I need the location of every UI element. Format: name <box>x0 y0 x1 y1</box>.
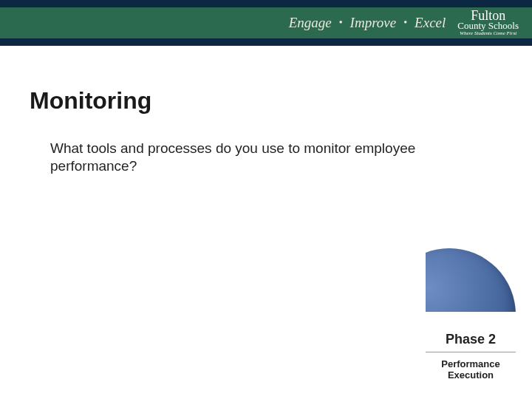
slide-content: Monitoring What tools and processes do y… <box>0 46 532 175</box>
phase-sublabel: Performance Execution <box>426 358 516 381</box>
tagline-word-1: Engage <box>289 15 332 31</box>
logo-line-2: County Schools <box>457 21 519 30</box>
tagline-word-3: Excel <box>415 15 446 31</box>
phase-sublabel-line-1: Performance <box>441 358 499 369</box>
logo-subtext: Where Students Come First <box>460 31 516 36</box>
tagline: Engage • Improve • Excel <box>289 15 446 31</box>
phase-box: Phase 2 Performance Execution <box>426 332 516 381</box>
phase-label: Phase 2 <box>426 332 516 352</box>
logo: Fulton County Schools Where Students Com… <box>457 10 519 37</box>
tagline-word-2: Improve <box>350 15 397 31</box>
slide-title: Monitoring <box>30 87 502 115</box>
separator-dot: • <box>339 17 343 29</box>
separator-dot: • <box>403 17 407 29</box>
phase-sublabel-line-2: Execution <box>448 369 494 381</box>
slide-body-text: What tools and processes do you use to m… <box>30 140 458 175</box>
quarter-circle-graphic <box>426 248 516 312</box>
header-band: Engage • Improve • Excel Fulton County S… <box>0 0 532 46</box>
